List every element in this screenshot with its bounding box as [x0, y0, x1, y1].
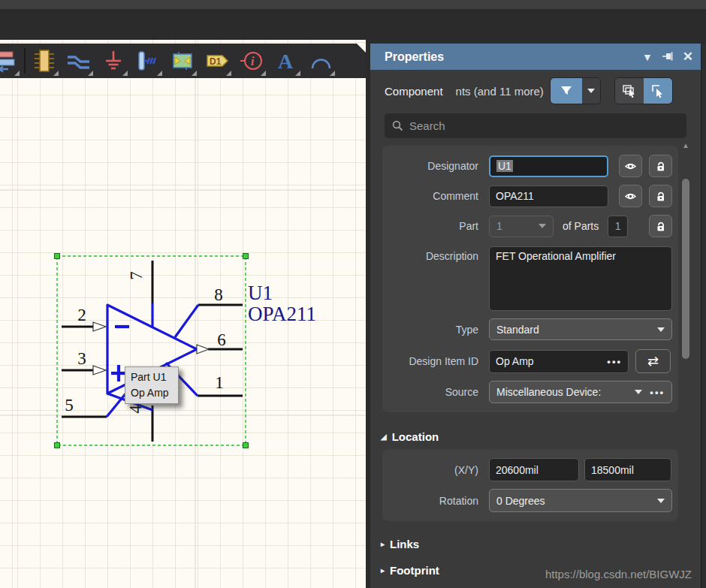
browse-dots-icon[interactable]: •••	[607, 356, 622, 367]
description-label: Description	[382, 246, 478, 262]
designator-input[interactable]: U1	[489, 155, 608, 177]
comment-input[interactable]: OPA211	[489, 185, 608, 207]
collapse-collapsed-icon: ▸	[381, 540, 385, 548]
tooltip-line2: Op Amp	[131, 385, 178, 401]
pin-number-4: 4	[126, 405, 145, 414]
app-window: 2 3 5 8 6 1 7 4 U1 OPA211 Part U1 Op Amp	[0, 0, 706, 588]
part-label: Part	[382, 220, 478, 232]
toolbar-separator	[24, 48, 26, 74]
pin-panel-icon[interactable]	[662, 50, 674, 64]
design-item-id-row: Design Item ID Op Amp ••• ⇄	[382, 349, 672, 373]
type-value: Standard	[496, 324, 539, 336]
dropdown-marker[interactable]	[261, 71, 266, 76]
chevron-down-icon	[539, 224, 546, 228]
wiring-toolbar: D1 i A	[0, 44, 366, 78]
pin-number-8: 8	[214, 285, 223, 304]
select-overlapping-button[interactable]	[615, 78, 644, 104]
comment-lock-button[interactable]	[649, 185, 672, 207]
pin-number-6: 6	[217, 330, 226, 349]
x-input[interactable]: 20600mil	[489, 458, 579, 481]
panel-scrollbar[interactable]: ▲	[680, 141, 692, 528]
dropdown-marker[interactable]	[192, 71, 197, 76]
sheet-corner-fold	[357, 44, 366, 53]
filter-button[interactable]	[551, 78, 582, 104]
place-wire-button[interactable]	[62, 44, 96, 78]
type-row: Type Standard	[382, 318, 672, 340]
selection-scope-text: nts (and 11 more)	[456, 85, 544, 98]
dropdown-marker[interactable]	[88, 71, 93, 76]
schematic-drawing: 2 3 5 8 6 1 7 4 U1 OPA211	[0, 40, 370, 588]
component-labels[interactable]: U1 OPA211	[248, 282, 316, 325]
wire-icon	[66, 48, 92, 74]
sheet-symbol-icon	[170, 48, 195, 74]
design-item-id-value: Op Amp	[496, 355, 534, 367]
rotation-select[interactable]: 0 Degrees	[489, 489, 672, 512]
source-select[interactable]: Miscellaneous Device: •••	[489, 381, 672, 403]
part-select[interactable]: 1	[489, 216, 554, 237]
watermark-text: https://blog.csdn.net/BIGWJZ	[545, 568, 692, 580]
comment-visibility-button[interactable]	[619, 185, 642, 207]
part-row: Part 1 of Parts 1	[382, 215, 672, 237]
filter-button-group	[550, 77, 601, 104]
design-item-id-input[interactable]: Op Amp •••	[489, 350, 629, 373]
dropdown-marker[interactable]	[226, 71, 231, 76]
search-placeholder: Search	[409, 119, 445, 132]
panel-menu-icon[interactable]: ▼	[642, 52, 653, 62]
net-label-icon: D1	[204, 48, 230, 74]
description-textarea[interactable]: FET Operational Amplifier	[489, 246, 672, 311]
xy-label: (X/Y)	[382, 464, 478, 476]
pin-number-5: 5	[65, 396, 74, 415]
schematic-comment-label: OPA211	[248, 303, 316, 325]
dropdown-marker[interactable]	[122, 71, 128, 76]
dropdown-marker[interactable]	[330, 71, 335, 76]
filter-dropdown-button[interactable]	[582, 78, 600, 104]
dropdown-marker[interactable]	[295, 71, 300, 76]
rotation-value: 0 Degrees	[496, 495, 545, 507]
align-button[interactable]	[0, 44, 23, 78]
source-row: Source Miscellaneous Device: •••	[382, 381, 672, 403]
search-icon	[392, 120, 403, 131]
scrollbar-up-arrow[interactable]: ▲	[680, 141, 692, 149]
window-edge-strip	[701, 44, 706, 588]
browse-dots-icon[interactable]: •••	[650, 387, 665, 398]
place-part-button[interactable]	[27, 44, 62, 78]
section-links-header[interactable]: ▸ Links	[381, 538, 701, 550]
collapse-collapsed-icon: ▸	[381, 566, 385, 574]
location-group: (X/Y) 20600mil 18500mil Rotation 0 Degre…	[382, 449, 678, 521]
dropdown-marker[interactable]	[157, 71, 162, 76]
place-text-button[interactable]: A	[269, 44, 303, 78]
no-erc-icon: i	[239, 48, 264, 74]
designator-visibility-button[interactable]	[619, 155, 642, 177]
source-label: Source	[382, 386, 478, 398]
align-icon	[0, 48, 19, 74]
place-no-erc-button[interactable]: i	[234, 44, 269, 78]
pin-number-7: 7	[127, 271, 146, 280]
swap-component-button[interactable]: ⇄	[635, 349, 671, 373]
scrollbar-thumb[interactable]	[682, 179, 689, 359]
text-string-icon: A	[273, 48, 299, 74]
close-panel-icon[interactable]: ✕	[683, 50, 693, 63]
section-location-header[interactable]: ◢ Location	[381, 430, 701, 443]
object-kind-label: Component	[385, 85, 443, 98]
place-gnd-button[interactable]	[96, 44, 131, 78]
comment-value: OPA211	[496, 190, 534, 202]
place-harness-button[interactable]	[131, 44, 165, 78]
place-arc-button[interactable]	[303, 44, 338, 78]
collapse-expanded-icon: ◢	[381, 433, 387, 441]
type-select[interactable]: Standard	[489, 318, 672, 340]
place-net-label-button[interactable]: D1	[200, 44, 234, 78]
y-input[interactable]: 18500mil	[584, 458, 671, 481]
panel-title: Properties	[385, 50, 633, 64]
dropdown-marker[interactable]	[14, 71, 20, 76]
select-inside-button[interactable]	[644, 78, 672, 104]
chevron-down-icon	[587, 89, 595, 93]
designator-lock-button[interactable]	[649, 155, 672, 177]
search-input[interactable]: Search	[385, 113, 686, 138]
dropdown-marker[interactable]	[53, 71, 59, 76]
eye-icon	[624, 160, 637, 173]
design-item-id-label: Design Item ID	[382, 355, 478, 367]
part-lock-button[interactable]	[649, 215, 672, 237]
place-sheet-symbol-button[interactable]	[165, 44, 200, 78]
chevron-down-icon	[635, 390, 642, 394]
chevron-down-icon	[657, 499, 665, 503]
